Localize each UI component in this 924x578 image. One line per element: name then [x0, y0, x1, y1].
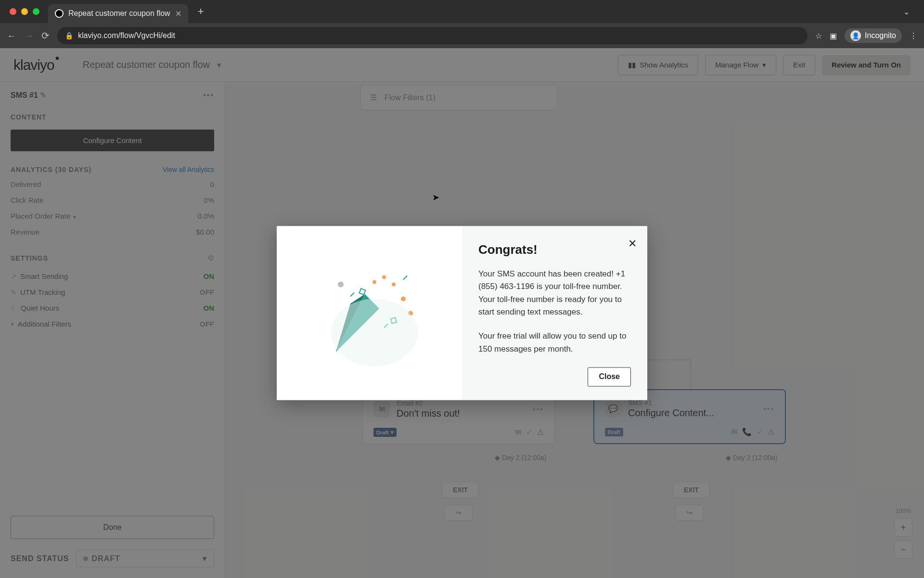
- back-icon[interactable]: ←: [7, 30, 16, 41]
- modal-illustration: [277, 226, 462, 400]
- tab-title: Repeat customer coupon flow: [68, 9, 170, 18]
- url-text: klaviyo.com/flow/VgvcHi/edit: [78, 31, 175, 40]
- forward-icon: →: [24, 30, 34, 41]
- confetti-cone-icon: [307, 250, 432, 376]
- modal-paragraph-2: Your free trial will allow you to send u…: [478, 330, 631, 356]
- tabs-chevron-icon[interactable]: ⌄: [903, 7, 918, 16]
- star-icon[interactable]: ☆: [815, 31, 822, 40]
- new-tab-button[interactable]: +: [193, 5, 209, 18]
- svg-point-2: [338, 281, 344, 287]
- reload-icon[interactable]: ⟳: [41, 30, 50, 41]
- svg-point-5: [392, 282, 396, 286]
- panel-icon[interactable]: ▣: [830, 31, 837, 40]
- favicon-icon: [55, 9, 64, 18]
- close-window-icon[interactable]: [10, 8, 16, 15]
- address-bar: ← → ⟳ 🔒 klaviyo.com/flow/VgvcHi/edit ☆ ▣…: [0, 23, 924, 48]
- lock-icon: 🔒: [65, 32, 73, 39]
- svg-point-6: [382, 275, 386, 279]
- incognito-icon: 👤: [850, 30, 861, 41]
- modal-paragraph-1: Your SMS account has been created! +1 (8…: [478, 268, 631, 318]
- minimize-window-icon[interactable]: [21, 8, 28, 15]
- modal-close-button[interactable]: Close: [588, 368, 631, 387]
- maximize-window-icon[interactable]: [33, 8, 39, 15]
- browser-tab[interactable]: Repeat customer coupon flow ✕: [48, 4, 188, 23]
- modal-close-icon[interactable]: ✕: [628, 237, 637, 250]
- modal-title: Congrats!: [478, 242, 631, 257]
- kebab-menu-icon[interactable]: ⋮: [910, 31, 917, 40]
- tab-close-icon[interactable]: ✕: [175, 9, 181, 18]
- svg-rect-8: [359, 289, 365, 295]
- svg-point-7: [372, 280, 376, 284]
- incognito-badge[interactable]: 👤 Incognito: [845, 28, 902, 43]
- url-field[interactable]: 🔒 klaviyo.com/flow/VgvcHi/edit: [57, 27, 808, 44]
- incognito-label: Incognito: [865, 31, 896, 40]
- window-controls: [6, 8, 43, 15]
- svg-point-10: [331, 299, 418, 366]
- tab-bar: Repeat customer coupon flow ✕ + ⌄: [0, 0, 924, 23]
- congrats-modal: ✕ Congrats! Your SMS account has been cr…: [277, 226, 647, 400]
- svg-point-3: [401, 296, 406, 301]
